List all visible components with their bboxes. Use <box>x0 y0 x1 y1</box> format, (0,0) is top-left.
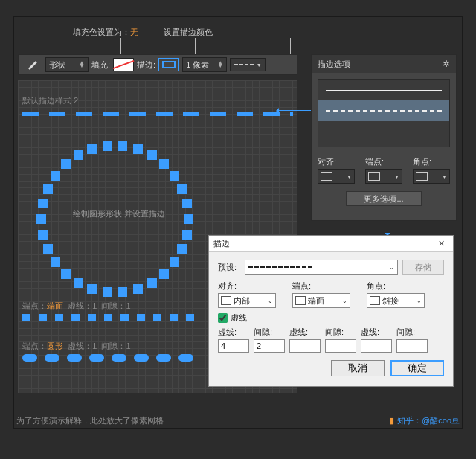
gap1-input[interactable] <box>254 339 285 353</box>
gap3-input[interactable] <box>396 339 428 353</box>
style-solid[interactable] <box>318 80 449 100</box>
fill-swatch-none[interactable] <box>113 58 134 71</box>
dlg-align-select[interactable]: 内部⌄ <box>218 293 276 308</box>
gap2-input[interactable] <box>325 339 356 353</box>
circle-hint-label: 绘制圆形形状 并设置描边 <box>60 208 178 219</box>
dash-inputs-row: 虚线: 间隙: 虚线: 间隙: 虚线: 间隙: <box>218 327 444 353</box>
round-cap-sample <box>22 354 195 362</box>
stroke-width-field[interactable]: 1 像素 ▲▼ <box>182 57 227 72</box>
ok-button[interactable]: 确定 <box>390 360 444 376</box>
preset-dropdown[interactable]: ⌄ <box>245 260 398 275</box>
annotation-stroke-color: 设置描边颜色 <box>164 27 213 38</box>
leader-arrow <box>387 221 387 234</box>
style-dotted[interactable] <box>318 121 449 142</box>
align-label: 对齐: <box>318 156 355 167</box>
panel-title: 描边选项 <box>318 59 350 70</box>
cap-label: 端点: <box>365 156 402 167</box>
gear-icon[interactable]: ✲ <box>443 59 450 69</box>
corner-label: 角点: <box>413 156 450 167</box>
style-dashed[interactable] <box>318 100 449 121</box>
footer-credit: ▮知乎：@酷coo豆 <box>390 415 460 426</box>
guide-line <box>290 38 291 55</box>
default-style-label: 默认描边样式 2 <box>22 95 78 106</box>
stroke-style-list[interactable] <box>318 79 450 147</box>
dash-checkbox-input[interactable] <box>218 313 228 323</box>
panel-header: 描边选项 ✲ <box>312 55 456 73</box>
preset-label: 预设: <box>218 262 240 273</box>
row2-label: 端点：圆形 虚线：1 间隙：1 <box>22 341 131 352</box>
guide-line <box>120 38 121 55</box>
options-toolbar: 形状 ▲▼ 填充: 描边: 1 像素 ▲▼ ▼ <box>18 54 298 75</box>
shape-mode-dropdown[interactable]: 形状 ▲▼ <box>45 57 89 72</box>
more-options-button[interactable]: 更多选项... <box>346 191 422 206</box>
stroke-options-panel: 描边选项 ✲ 对齐: ▼ 端点: ▼ 角点: ▼ 更多选项... <box>311 54 457 221</box>
stepper-arrows-icon: ▲▼ <box>217 62 223 68</box>
dash-checkbox[interactable]: 虚线 <box>218 312 444 324</box>
stroke-color-swatch[interactable] <box>158 58 179 71</box>
stroke-dialog: 描边 ✕ 预设: ⌄ 存储 对齐: 内部⌄ 端点: 端面⌄ 角点: 斜接⌄ <box>208 235 454 387</box>
row1-label: 端点：端面 虚线：1 间隙：1 <box>22 301 131 312</box>
annotation-fill: 填充色设置为：无 <box>73 27 138 38</box>
close-icon[interactable]: ✕ <box>434 239 448 248</box>
shape-mode-label: 形状 <box>49 60 65 71</box>
align-dropdown[interactable]: ▼ <box>318 169 355 184</box>
square-cap-sample <box>22 314 195 321</box>
dlg-corner-label: 角点: <box>367 280 425 292</box>
fill-label: 填充: <box>91 60 110 71</box>
corner-dropdown[interactable]: ▼ <box>413 169 450 184</box>
dialog-title: 描边 <box>213 238 230 249</box>
cap-dropdown[interactable]: ▼ <box>365 169 402 184</box>
dlg-cap-select[interactable]: 端面⌄ <box>292 293 350 308</box>
dlg-cap-label: 端点: <box>292 280 350 292</box>
dashed-line-sample <box>22 112 293 116</box>
dash3-input[interactable] <box>361 339 392 353</box>
footer-note: 为了方便演示解释，此处放大了像素网格 <box>16 415 164 426</box>
dlg-align-label: 对齐: <box>218 280 276 292</box>
guide-line <box>195 38 196 55</box>
save-preset-button[interactable]: 存储 <box>402 260 444 275</box>
pen-tool-icon[interactable] <box>22 57 42 72</box>
dlg-corner-select[interactable]: 斜接⌄ <box>367 293 425 308</box>
stroke-label: 描边: <box>137 60 155 71</box>
cancel-button[interactable]: 取消 <box>331 360 385 376</box>
panel-options-row: 对齐: ▼ 端点: ▼ 角点: ▼ <box>312 153 456 187</box>
dash2-input[interactable] <box>289 339 321 353</box>
chevron-down-icon: ▼ <box>257 62 262 68</box>
dialog-titlebar: 描边 ✕ <box>209 236 453 252</box>
chevron-down-icon: ⌄ <box>389 264 394 271</box>
dropdown-arrows-icon: ▲▼ <box>79 62 85 68</box>
stroke-style-dropdown[interactable]: ▼ <box>230 58 266 71</box>
dash1-input[interactable] <box>218 339 249 353</box>
